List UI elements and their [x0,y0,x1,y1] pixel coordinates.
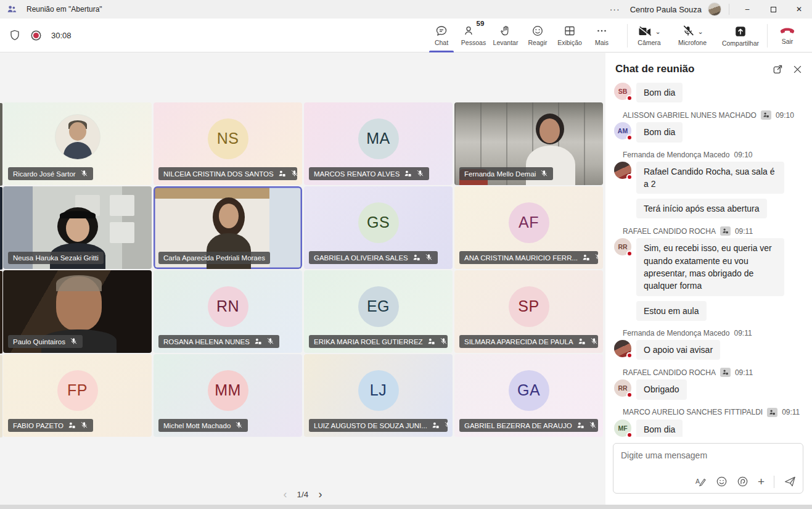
participant-avatar: MM [208,370,248,411]
raise-hand-button[interactable]: Levantar [490,19,522,52]
camera-options-chevron-icon[interactable]: ⌄ [655,29,660,34]
attendee-icon [412,254,420,262]
mic-options-chevron-icon[interactable]: ⌄ [697,29,703,34]
participant-tile[interactable]: GA GABRIEL BEZERRA DE ARAUJO [454,354,603,437]
meeting-timer: 30:08 [51,31,72,40]
participant-tile[interactable]: Neusa Haruka Sezaki Gritti [3,186,152,269]
participant-avatar: NS [208,118,248,159]
react-button[interactable]: Reagir [522,19,554,52]
mic-off-icon [235,421,243,429]
message-time: 09:11 [734,329,752,337]
people-button[interactable]: 59 Pessoas [457,19,490,52]
view-button[interactable]: Exibição [554,19,586,52]
participant-tile[interactable]: EG ERIKA MARIA ROEL GUTIERREZ [304,270,453,353]
page-previous-button[interactable]: ‹ [284,489,287,500]
presence-busy-icon [626,432,633,437]
message-time: 09:11 [735,368,753,377]
participant-tile[interactable]: AF ANA CRISTINA MAURICIO FERR... [454,186,603,269]
participant-tile[interactable]: FP FABIO PAZETO [3,354,152,437]
popout-icon[interactable] [773,64,783,75]
participant-video [110,195,134,216]
participant-tile[interactable]: Fernanda Mello Demai [454,102,603,185]
maximize-button[interactable] [760,0,786,19]
participant-tile[interactable]: Paulo Quintairos [3,270,152,353]
chat-bubble-icon [435,25,448,37]
message-bubble: Sim, eu recebi isso, eu queria ver quand… [636,238,784,296]
message-bubble: Bom dia [636,83,683,102]
attendee-icon [582,254,590,262]
more-actions-button[interactable]: Mais [586,19,618,52]
loop-icon[interactable] [737,476,748,487]
cutoff-tile-sliver [0,271,2,354]
presence-busy-icon [626,392,633,398]
chat-message-list[interactable]: SB Bom dia ALISSON GABRIEL NUNES MACHADO… [605,80,812,437]
message-bubble: O apoio vai avisar [636,340,720,360]
camera-button[interactable]: ⌄ Câmera [628,19,671,52]
chat-message: Fernanda de Mendonça Macedo 09:11 O apoi… [614,329,803,360]
attach-plus-icon[interactable]: + [758,476,765,487]
format-icon[interactable]: A [695,476,707,487]
message-time: 09:11 [735,227,753,236]
attendee-icon [254,337,262,346]
chat-message: Fernanda de Mendonça Macedo 09:10 Rafael… [614,151,803,219]
camera-off-icon [638,25,652,38]
emoji-icon[interactable] [716,476,728,487]
chat-button[interactable]: Chat [425,19,457,52]
participant-name: Carla Aparecida Pedriali Moraes [163,254,265,262]
attendee-icon [576,421,584,429]
microphone-button[interactable]: ⌄ Microfone [671,19,714,52]
participant-avatar: AF [509,202,549,243]
mic-off-icon [425,254,433,262]
participant-tile[interactable]: NS NILCEIA CRISTINA DOS SANTOS [154,102,302,185]
minimize-button[interactable]: – [734,0,760,19]
participant-name: FABIO PAZETO [13,422,64,429]
mic-off-icon [540,170,548,178]
send-icon[interactable] [784,475,797,488]
participant-name: SILMARA APARECIDA DE PAULA [464,338,573,346]
presence-busy-icon [626,95,633,101]
titlebar-divider [729,4,729,15]
attendee-icon [278,170,286,178]
attendee-icon [432,421,440,429]
mic-off-icon [290,170,297,178]
participant-tile-active-speaker[interactable]: Carla Aparecida Pedriali Moraes [154,186,302,269]
participant-tile[interactable]: LJ LUIZ AUGUSTO DE SOUZA JUNI... [304,354,453,437]
message-composer[interactable]: A + [613,443,803,494]
message-author: Fernanda de Mendonça Macedo [623,329,729,337]
participant-tile[interactable]: Ricardo José Sartor [3,102,152,185]
presence-busy-icon [626,134,633,141]
participant-avatar: MA [358,118,399,159]
people-icon [463,25,475,37]
message-bubble: Terá início após essa abertura [636,199,767,218]
participant-tile[interactable]: MA MARCOS RENATO ALVES [304,102,453,185]
security-shield-icon[interactable] [9,29,21,41]
message-input[interactable] [613,444,803,468]
participant-tile[interactable]: GS GABRIELA OLIVEIRA SALES [304,186,453,269]
share-button[interactable]: Compartilhar [714,19,767,52]
meeting-toolbar: 30:08 Chat 59 Pessoas Leva [0,19,812,52]
participant-tile[interactable]: RN ROSANA HELENA NUNES [154,270,302,353]
close-panel-icon[interactable] [793,65,802,74]
mic-off-icon [70,337,78,346]
message-time: 09:11 [782,408,800,416]
page-next-button[interactable]: › [318,489,322,500]
video-stage: Ricardo José Sartor NS NILCEIA CRISTINA … [0,53,605,505]
message-bubble: Bom dia [636,420,683,437]
hang-up-phone-icon [779,27,795,36]
presence-busy-icon [626,174,633,180]
account-avatar[interactable] [708,2,721,16]
participant-tile[interactable]: SP SILMARA APARECIDA DE PAULA [454,270,603,353]
account-name[interactable]: Centro Paula Souza [630,5,702,14]
participant-avatar: EG [358,286,399,327]
close-button[interactable]: ✕ [786,0,812,19]
titlebar-more-button[interactable]: ··· [604,4,626,14]
participant-name: GABRIEL BEZERRA DE ARAUJO [464,422,572,429]
message-author: RAFAEL CANDIDO ROCHA [623,368,716,377]
recording-indicator-icon [33,33,39,38]
active-tab-underline [429,51,454,52]
window-titlebar: Reunião em "Abertura" ··· Centro Paula S… [0,0,812,19]
attendee-icon [767,408,777,417]
mic-off-icon [416,170,424,178]
participant-tile[interactable]: MM Michel Mott Machado [154,354,302,437]
leave-button[interactable]: Sair [768,19,807,52]
